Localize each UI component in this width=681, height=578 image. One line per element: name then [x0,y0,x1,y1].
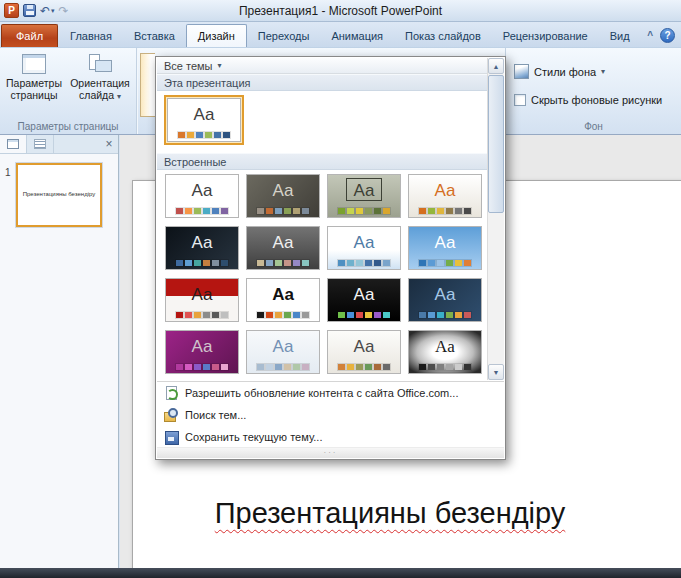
theme-thumbnail[interactable]: Aa [165,174,239,218]
outline-tab-icon [34,139,46,149]
background-styles-button[interactable]: Стили фона ▾ [514,64,605,79]
theme-sample-text: Aa [247,281,319,307]
ribbon-tab[interactable]: Показ слайдов [394,25,492,47]
theme-thumbnail[interactable]: Aa [246,330,320,374]
thumbnail-title: Презентацияны безендіру [18,191,100,197]
ribbon-tab[interactable]: Дизайн [186,24,247,48]
ribbon-tab[interactable]: Анимация [320,25,394,47]
theme-thumbnail[interactable]: Aa [408,330,482,374]
background-group: Стили фона ▾ Скрыть фоновые рисунки Фон [505,48,681,134]
background-styles-label: Стили фона [534,66,596,78]
theme-color-swatches [409,312,481,318]
minimize-ribbon-icon[interactable]: ^ [647,30,653,41]
theme-sample-text: Aa [409,177,481,203]
background-styles-icon [514,64,529,79]
gallery-scrollbar[interactable]: ▲ ▼ [487,58,504,380]
scrollbar-thumb[interactable] [488,75,504,213]
theme-thumbnail[interactable]: Aa [327,278,401,322]
ribbon-tab[interactable]: Главная [59,25,123,47]
theme-sample-text: Aa [328,333,400,359]
theme-sample-text: Aa [166,229,238,255]
theme-thumbnail[interactable]: Aa [246,174,320,218]
slides-pane: × 1 Презентацияны безендіру [0,135,119,568]
theme-color-swatches [166,312,238,318]
scroll-down-icon[interactable]: ▼ [488,364,504,380]
theme-thumbnail[interactable]: Aa [408,226,482,270]
ribbon-tab[interactable]: Переходы [247,25,321,47]
theme-color-swatches [166,260,238,266]
orientation-icon [87,54,113,74]
dropdown-caret-icon: ▾ [218,61,222,70]
theme-thumbnail[interactable]: Aa [327,174,401,218]
footer-item-label: Сохранить текущую тему... [185,431,322,443]
theme-color-swatches [166,364,238,370]
theme-color-swatches [328,364,400,370]
help-icon[interactable]: ? [660,28,675,43]
theme-thumbnail[interactable]: Aa [167,98,241,142]
all-themes-label: Все темы [164,60,213,72]
slide-number: 1 [5,167,11,178]
builtin-theme-grid: AaAaAaAaAaAaAaAaAaAaAaAaAaAaAaAa [157,172,487,374]
theme-thumbnail[interactable]: Aa [408,278,482,322]
theme-sample-text: Aa [409,333,481,359]
theme-color-swatches [247,364,319,370]
window-title: Презентация1 - Microsoft PowerPoint [0,4,681,18]
page-setup-button[interactable]: Параметры страницы [2,51,66,117]
theme-color-swatches [247,312,319,318]
redo-icon[interactable]: ↷ [59,4,69,18]
current-theme-slot: Aa [164,95,244,145]
undo-button[interactable]: ↶ ▾ [40,4,55,18]
outline-tab[interactable] [27,135,54,153]
theme-thumbnail[interactable]: Aa [246,226,320,270]
dropdown-caret-icon: ▾ [117,92,121,101]
theme-color-swatches [166,208,238,214]
theme-thumbnail[interactable]: Aa [408,174,482,218]
tab-bar-right-controls: ^ ? [647,28,675,43]
pane-tabs: × [0,135,118,154]
office-update-icon [164,386,178,400]
gallery-footer-item[interactable]: Разрешить обновление контента с сайта Of… [157,382,504,404]
save-icon[interactable] [23,4,36,17]
ribbon-tab[interactable]: Вид [599,25,641,47]
gallery-footer-item[interactable]: Поиск тем... [157,404,504,426]
resize-grip[interactable]: ··· [157,447,504,458]
page-setup-icon [22,54,46,74]
ribbon-tab[interactable]: Вставка [123,25,186,47]
close-pane-icon[interactable]: × [100,135,118,153]
themes-gallery-dropdown: Все темы ▾ Эта презентация Aa Встроенные… [155,56,506,460]
ribbon-tab[interactable]: Рецензирование [492,25,599,47]
theme-thumbnail[interactable]: Aa [246,278,320,322]
search-themes-icon [164,408,178,422]
theme-thumbnail[interactable]: Aa [327,226,401,270]
theme-color-swatches [247,260,319,266]
slide-orientation-button[interactable]: Ориентация слайда ▾ [68,51,132,117]
theme-color-swatches [409,260,481,266]
status-bar [0,568,681,578]
theme-color-swatches [409,208,481,214]
quick-access-toolbar: P ↶ ▾ ↷ [0,3,69,18]
gallery-footer-item[interactable]: Сохранить текущую тему... [157,426,504,448]
theme-thumbnail[interactable]: Aa [165,330,239,374]
theme-sample-text: Aa [247,177,319,203]
scroll-up-icon[interactable]: ▲ [488,58,504,74]
page-setup-group-label: Параметры страницы [0,121,136,132]
theme-sample-text: Aa [409,229,481,255]
powerpoint-logo-icon[interactable]: P [4,3,19,18]
theme-sample-text: Aa [247,229,319,255]
hide-background-graphics-checkbox[interactable]: Скрыть фоновые рисунки [514,94,662,106]
all-themes-header[interactable]: Все темы ▾ [157,58,487,74]
titlebar: Презентация1 - Microsoft PowerPoint P ↶ … [0,0,681,22]
file-tab[interactable]: Файл [1,24,58,47]
undo-caret-icon[interactable]: ▾ [51,7,55,15]
slide-thumbnail[interactable]: Презентацияны безендіру [16,163,102,227]
theme-sample-text: Aa [247,333,319,359]
slide-title-text[interactable]: Презентацияны безендіру [153,497,627,530]
theme-thumbnail[interactable]: Aa [327,330,401,374]
theme-thumbnail[interactable]: Aa [165,226,239,270]
theme-thumbnail[interactable]: Aa [165,278,239,322]
background-group-label: Фон [506,121,681,132]
theme-color-swatches [328,208,400,214]
hide-graphics-label: Скрыть фоновые рисунки [531,94,662,106]
checkbox-icon[interactable] [514,94,526,106]
slides-tab[interactable] [0,135,27,153]
